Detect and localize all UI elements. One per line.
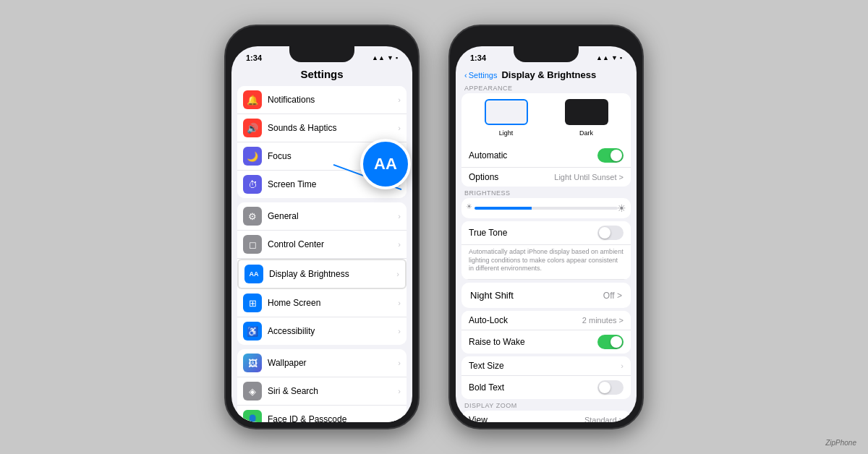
display-brightness-icon: AA <box>244 265 263 283</box>
settings-item-sounds[interactable]: 🔊 Sounds & Haptics › <box>237 114 407 142</box>
settings-section-3: 🖼 Wallpaper › ◈ Siri & Search › 👤 Face I… <box>237 349 407 422</box>
face-id-icon: 👤 <box>243 410 262 422</box>
aa-annotation-circle: AA <box>360 139 411 189</box>
night-shift-label: Night Shift <box>470 290 514 301</box>
control-center-chevron: › <box>398 240 401 249</box>
autolock-card: Auto-Lock 2 minutes > Raise to Wake <box>461 311 631 354</box>
home-screen-icon: ⊞ <box>243 294 262 312</box>
accessibility-icon: ♿ <box>243 322 262 340</box>
wallpaper-icon: 🖼 <box>243 354 262 372</box>
settings-item-home-screen[interactable]: ⊞ Home Screen › <box>237 289 407 317</box>
true-tone-row: True Tone <box>461 221 631 245</box>
general-label: General <box>268 211 398 221</box>
night-shift-row[interactable]: Night Shift Off > <box>461 283 631 308</box>
appearance-mode-row: Light Dark <box>461 93 631 144</box>
screen-time-icon: ⏱ <box>243 175 262 194</box>
general-chevron: › <box>398 212 401 220</box>
bold-text-row: Bold Text <box>461 376 631 399</box>
accessibility-label: Accessibility <box>268 326 398 336</box>
raise-to-wake-row: Raise to Wake <box>461 330 631 354</box>
battery-icon: ▪ <box>396 54 398 61</box>
back-label: Settings <box>469 71 498 80</box>
brightness-slider[interactable] <box>475 207 618 210</box>
right-phone-body: 1:34 ▲▲ ▼ ▪ ‹ Settings Display & Brightn… <box>448 25 644 429</box>
appearance-card: Light Dark Automatic Options Light Unti <box>461 93 631 187</box>
display-zoom-label: DISPLAY ZOOM <box>461 402 631 411</box>
display-zoom-section: DISPLAY ZOOM View Standard > <box>461 402 631 422</box>
zip-credit: ZipPhone <box>825 439 856 447</box>
view-row[interactable]: View Standard > <box>461 411 631 422</box>
display-brightness-page-title: Display & Brightness <box>501 69 596 80</box>
auto-lock-row[interactable]: Auto-Lock 2 minutes > <box>461 311 631 330</box>
notifications-chevron: › <box>398 95 401 104</box>
auto-lock-label: Auto-Lock <box>469 315 508 325</box>
light-mode-option[interactable]: Light <box>469 99 543 138</box>
focus-icon: 🌙 <box>243 147 262 166</box>
sounds-label: Sounds & Haptics <box>268 123 398 133</box>
siri-label: Siri & Search <box>268 386 398 396</box>
settings-item-display-brightness[interactable]: AA Display & Brightness › <box>237 259 407 289</box>
siri-icon: ◈ <box>243 382 262 401</box>
accessibility-chevron: › <box>398 327 401 335</box>
settings-item-siri[interactable]: ◈ Siri & Search › <box>237 377 407 406</box>
settings-item-general[interactable]: ⚙ General › <box>237 202 407 231</box>
raise-to-wake-toggle[interactable] <box>597 335 624 349</box>
dark-mode-label: Dark <box>579 129 593 137</box>
settings-item-accessibility[interactable]: ♿ Accessibility › <box>237 317 407 345</box>
home-screen-chevron: › <box>398 299 401 307</box>
settings-item-notifications[interactable]: 🔔 Notifications › <box>237 86 407 114</box>
signal-icon: ▲▲ <box>372 54 385 61</box>
dark-mode-option[interactable]: Dark <box>549 99 624 138</box>
control-center-label: Control Center <box>268 239 398 249</box>
settings-item-control-center[interactable]: ◻ Control Center › <box>237 231 407 259</box>
options-row[interactable]: Options Light Until Sunset > <box>461 168 631 187</box>
options-label: Options <box>469 172 498 182</box>
display-brightness-chevron: › <box>396 270 399 278</box>
options-value: Light Until Sunset > <box>554 173 624 181</box>
automatic-toggle[interactable] <box>597 148 624 163</box>
appearance-section-label: APPEARANCE <box>461 85 631 93</box>
control-center-icon: ◻ <box>243 235 262 254</box>
automatic-row: Automatic <box>461 144 631 168</box>
status-icons-left: ▲▲ ▼ ▪ <box>372 54 398 61</box>
night-shift-value-group: Off > <box>603 291 622 301</box>
true-tone-toggle[interactable] <box>597 226 624 240</box>
settings-section-2: ⚙ General › ◻ Control Center › AA Displa… <box>237 202 407 345</box>
sounds-icon: 🔊 <box>243 119 262 137</box>
bold-text-toggle[interactable] <box>597 380 624 395</box>
text-size-row[interactable]: Text Size › <box>461 356 631 376</box>
true-tone-section: True Tone Automatically adapt iPhone dis… <box>461 221 631 280</box>
left-phone-screen: 1:34 ▲▲ ▼ ▪ Settings 🔔 Notifications › <box>231 46 412 422</box>
night-shift-section: Night Shift Off > <box>461 283 631 308</box>
text-size-chevron: › <box>621 361 624 370</box>
light-mode-label: Light <box>499 129 514 137</box>
back-button[interactable]: ‹ Settings <box>464 71 497 80</box>
automatic-label: Automatic <box>469 150 507 160</box>
face-id-label: Face ID & Passcode <box>268 414 398 422</box>
light-mode-preview <box>485 99 528 125</box>
notifications-label: Notifications <box>268 95 398 105</box>
siri-chevron: › <box>398 387 401 395</box>
left-phone: 1:34 ▲▲ ▼ ▪ Settings 🔔 Notifications › <box>224 25 420 429</box>
general-icon: ⚙ <box>243 207 262 226</box>
signal-icon-right: ▲▲ <box>596 54 609 61</box>
time-right: 1:34 <box>470 53 486 62</box>
display-zoom-card: View Standard > <box>461 411 631 422</box>
night-shift-value: Off > <box>603 291 622 301</box>
notch <box>289 46 354 62</box>
autolock-section: Auto-Lock 2 minutes > Raise to Wake <box>461 311 631 354</box>
settings-item-wallpaper[interactable]: 🖼 Wallpaper › <box>237 349 407 377</box>
bold-text-label: Bold Text <box>469 382 504 393</box>
right-phone: 1:34 ▲▲ ▼ ▪ ‹ Settings Display & Brightn… <box>448 25 644 429</box>
face-id-chevron: › <box>398 415 401 422</box>
settings-title: Settings <box>231 67 412 86</box>
brightness-section: BRIGHTNESS <box>461 189 631 218</box>
brightness-card <box>461 198 631 218</box>
true-tone-card: True Tone Automatically adapt iPhone dis… <box>461 221 631 280</box>
home-screen-label: Home Screen <box>268 298 398 308</box>
settings-item-face-id[interactable]: 👤 Face ID & Passcode › <box>237 406 407 422</box>
true-tone-label: True Tone <box>469 228 507 238</box>
status-icons-right: ▲▲ ▼ ▪ <box>596 54 622 61</box>
view-label: View <box>469 415 488 422</box>
wallpaper-label: Wallpaper <box>268 358 398 368</box>
